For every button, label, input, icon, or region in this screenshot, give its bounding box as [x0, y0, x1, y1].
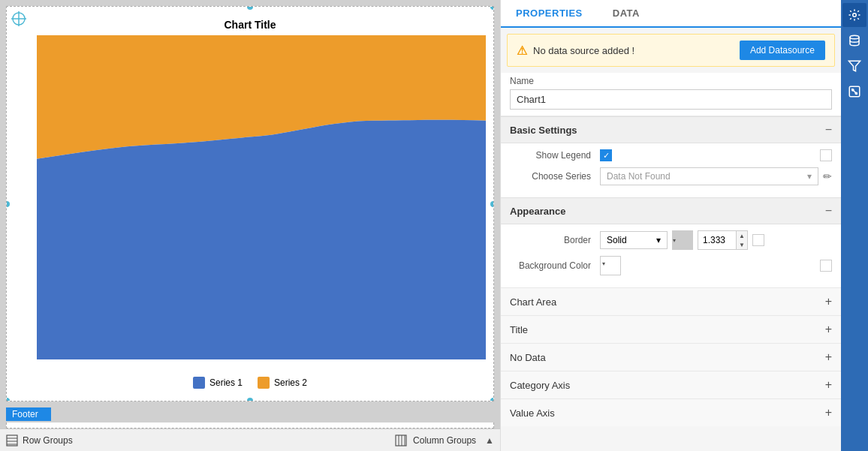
chart-svg: 100% 80% 60% 40% 20% 0% A B C D E F — [37, 35, 486, 359]
expandable-item-title[interactable]: Title+ — [501, 315, 841, 343]
appearance-title: Appearance — [510, 206, 565, 217]
expandable-item-no-data[interactable]: No Data+ — [501, 343, 841, 371]
name-section: Name — [501, 73, 841, 116]
column-groups-icon — [395, 434, 407, 446]
add-datasource-button[interactable]: Add Datasource — [740, 41, 825, 60]
bg-color-label: Background Color — [510, 260, 600, 271]
warning-bar: ⚠ No data source added ! Add Datasource — [507, 34, 835, 67]
legend-swatch-series2 — [258, 377, 270, 389]
basic-settings-body: Show Legend ✓ Choose Series Data Not Fou… — [501, 143, 841, 197]
expandable-item-value-axis[interactable]: Value Axis+ — [501, 398, 841, 426]
plus-icon: + — [825, 406, 832, 419]
plus-icon: + — [825, 295, 832, 308]
row-groups-label: Row Groups — [23, 435, 73, 446]
chart-legend: Series 1 Series 2 — [7, 377, 493, 389]
appearance-toggle: − — [825, 204, 832, 218]
footer-bar: Footer — [6, 407, 51, 421]
expression-icon[interactable] — [842, 80, 866, 104]
legend-item-series1: Series 1 — [193, 377, 243, 389]
border-style-value: Solid — [607, 235, 627, 245]
svg-point-34 — [853, 14, 857, 17]
warning-icon: ⚠ — [517, 44, 527, 58]
plus-icon: + — [825, 350, 832, 364]
choose-series-select[interactable]: Data Not Found ▾ — [600, 167, 818, 185]
border-width-up[interactable]: ▲ — [737, 231, 747, 240]
bg-color-extra-checkbox[interactable] — [820, 260, 832, 272]
border-width-input[interactable]: ▲ ▼ — [698, 230, 748, 250]
tab-data[interactable]: DATA — [598, 0, 655, 26]
border-width-down[interactable]: ▼ — [737, 240, 747, 249]
choose-series-placeholder: Data Not Found — [607, 171, 671, 182]
border-label: Border — [510, 235, 600, 245]
name-label: Name — [510, 76, 832, 86]
basic-settings-title: Basic Settings — [510, 125, 577, 136]
tab-properties[interactable]: PROPERTIES — [501, 0, 598, 28]
appearance-body: Border Solid ▾ ▾ — [501, 224, 841, 287]
warning-text: No data source added ! — [533, 45, 734, 56]
legend-item-series2: Series 2 — [258, 377, 307, 389]
show-legend-label: Show Legend — [510, 150, 600, 161]
expandable-item-chart-area[interactable]: Chart Area+ — [501, 287, 841, 315]
border-style-select[interactable]: Solid ▾ — [600, 231, 668, 249]
name-input[interactable] — [510, 89, 832, 110]
expandable-item-category-axis[interactable]: Category Axis+ — [501, 371, 841, 398]
legend-label-series1: Series 1 — [209, 377, 243, 388]
basic-settings-header[interactable]: Basic Settings − — [501, 116, 841, 143]
choose-series-label: Choose Series — [510, 171, 600, 182]
show-legend-checkbox[interactable]: ✓ — [600, 149, 612, 161]
expandable-list: Chart Area+Title+No Data+Category Axis+V… — [501, 287, 841, 426]
appearance-header[interactable]: Appearance − — [501, 197, 841, 224]
bottom-bar: Row Groups Column Groups ▲ — [0, 428, 500, 451]
crosshair-icon — [10, 10, 28, 28]
border-color-swatch[interactable]: ▾ — [672, 230, 693, 250]
filter-icon[interactable] — [842, 54, 866, 78]
border-chevron-icon: ▾ — [656, 235, 661, 245]
border-width-value[interactable] — [698, 232, 736, 248]
plus-icon: + — [825, 323, 832, 336]
chevron-down-icon: ▾ — [807, 171, 812, 182]
chart-title: Chart Title — [7, 7, 493, 34]
column-groups-label: Column Groups — [413, 435, 476, 446]
svg-point-35 — [850, 35, 859, 39]
edit-icon[interactable]: ✏ — [823, 170, 832, 182]
basic-settings-toggle: − — [825, 123, 832, 137]
border-color-chevron-icon: ▾ — [673, 237, 676, 244]
border-extra-checkbox[interactable] — [752, 234, 764, 246]
show-legend-extra-checkbox[interactable] — [820, 149, 832, 161]
legend-label-series2: Series 2 — [274, 377, 307, 388]
bg-color-swatch[interactable]: ▾ — [600, 256, 621, 275]
tabs-bar: PROPERTIES DATA — [501, 0, 841, 28]
database-icon[interactable] — [842, 29, 866, 53]
settings-icon[interactable] — [842, 3, 866, 27]
svg-line-40 — [851, 89, 857, 95]
row-groups-icon — [6, 434, 18, 446]
bg-color-chevron-icon: ▾ — [601, 260, 605, 267]
svg-marker-36 — [849, 61, 860, 71]
legend-swatch-series1 — [193, 377, 205, 389]
plus-icon: + — [825, 378, 832, 392]
up-arrow-icon: ▲ — [485, 435, 494, 446]
